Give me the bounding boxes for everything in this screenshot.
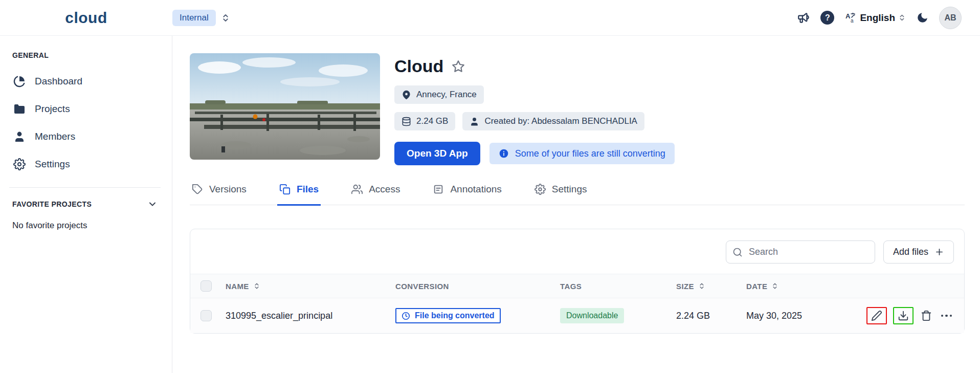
database-icon (402, 117, 411, 126)
tab-versions[interactable]: Versions (190, 182, 249, 206)
favorite-projects-toggle[interactable]: FAVORITE PROJECTS (7, 199, 163, 209)
sidebar-item-label: Dashboard (35, 76, 82, 87)
gear-icon (534, 184, 546, 195)
converting-notice-label: Some of your files are still converting (515, 148, 665, 159)
open-3d-app-button[interactable]: Open 3D App (394, 142, 480, 165)
tab-annotations[interactable]: Annotations (431, 182, 503, 206)
conversion-status-label: File being converted (415, 311, 495, 320)
add-files-button[interactable]: Add files (883, 240, 954, 264)
edit-button[interactable] (866, 307, 887, 324)
language-label: English (860, 12, 895, 24)
tab-files[interactable]: Files (277, 182, 321, 206)
column-header-tags: TAGS (560, 282, 676, 291)
files-icon (279, 184, 291, 195)
favorites-empty-text: No favorite projects (7, 221, 163, 231)
file-date: May 30, 2025 (746, 311, 870, 321)
users-icon (351, 184, 363, 195)
project-tabs: Versions Files Access Annotations Settin… (190, 182, 965, 205)
sidebar-item-members[interactable]: Members (7, 123, 163, 150)
column-header-date[interactable]: DATE (746, 282, 870, 291)
table-row: 310995_escalier_principal File being con… (190, 298, 964, 333)
sidebar-item-settings[interactable]: Settings (7, 150, 163, 178)
app-logo[interactable]: cloud (65, 9, 107, 27)
tab-label: Files (297, 184, 319, 195)
delete-button[interactable] (920, 309, 933, 322)
map-pin-icon (402, 90, 411, 100)
column-label: DATE (746, 282, 767, 291)
translate-icon (844, 12, 857, 24)
file-size: 2.24 GB (676, 311, 746, 321)
location-chip: Annecy, France (394, 85, 484, 104)
more-actions-button[interactable] (939, 312, 954, 320)
download-button[interactable] (893, 307, 914, 324)
sidebar-item-dashboard[interactable]: Dashboard (7, 68, 163, 95)
pencil-icon (871, 310, 882, 321)
column-header-conversion: CONVERSION (395, 282, 560, 291)
announcements-icon[interactable] (797, 11, 810, 25)
created-by-chip: Created by: Abdessalam BENCHADLIA (462, 112, 644, 130)
language-selector[interactable]: English (844, 12, 906, 24)
sidebar-item-projects[interactable]: Projects (7, 95, 163, 123)
sidebar-general-heading: GENERAL (7, 51, 163, 59)
project-thumbnail[interactable] (190, 53, 380, 160)
conversion-status-badge: File being converted (395, 308, 501, 323)
column-header-name[interactable]: NAME (226, 282, 395, 291)
sort-icon[interactable] (771, 282, 778, 290)
tab-label: Versions (209, 184, 247, 195)
chevron-down-icon[interactable] (147, 199, 158, 209)
dark-mode-moon-icon[interactable] (916, 11, 929, 24)
help-icon[interactable]: ? (820, 11, 834, 25)
files-panel: Add files NAME CONVERSION TAGS SIZE (190, 229, 965, 334)
dot (950, 315, 952, 317)
chevrons-updown-icon[interactable] (221, 13, 230, 23)
search-icon (732, 247, 743, 257)
sidebar-divider (9, 187, 161, 188)
workspace-badge[interactable]: Internal (172, 10, 216, 26)
tab-label: Settings (552, 184, 587, 195)
row-actions (870, 307, 954, 324)
tab-label: Annotations (450, 184, 501, 195)
converting-notice: Some of your files are still converting (489, 143, 675, 164)
tag-icon (192, 184, 203, 195)
dot (941, 315, 944, 317)
created-by-label: Created by: Abdessalam BENCHADLIA (484, 116, 637, 126)
note-icon (433, 184, 444, 195)
sidebar-item-label: Settings (35, 159, 70, 170)
project-header: Cloud Annecy, France 2.24 GB (190, 53, 965, 165)
add-files-label: Add files (893, 247, 928, 257)
column-label: TAGS (560, 282, 582, 291)
sidebar-item-label: Members (35, 131, 75, 142)
size-label: 2.24 GB (416, 116, 448, 126)
column-header-size[interactable]: SIZE (676, 282, 746, 291)
favorite-projects-heading: FAVORITE PROJECTS (12, 200, 92, 208)
user-avatar[interactable]: AB (939, 7, 962, 29)
sidebar: GENERAL Dashboard Projects Members Setti… (0, 36, 172, 373)
file-name[interactable]: 310995_escalier_principal (226, 311, 395, 321)
info-icon (499, 148, 509, 159)
column-label: CONVERSION (395, 282, 449, 291)
select-all-checkbox[interactable] (201, 280, 212, 292)
workspace-switcher[interactable]: Internal (172, 10, 230, 26)
column-label: NAME (226, 282, 249, 291)
trash-icon (921, 310, 932, 321)
sidebar-item-label: Projects (35, 103, 70, 115)
row-checkbox[interactable] (201, 310, 212, 321)
search-box (726, 240, 875, 264)
sort-icon[interactable] (698, 282, 705, 290)
favorite-star-icon[interactable] (452, 60, 465, 73)
person-icon (13, 130, 26, 143)
location-label: Annecy, France (416, 90, 477, 100)
tab-settings[interactable]: Settings (532, 182, 589, 206)
sort-icon[interactable] (253, 282, 260, 290)
gear-icon (13, 158, 26, 170)
topbar-actions: ? English AB (797, 7, 980, 29)
topbar: cloud Internal ? English AB (0, 0, 980, 36)
main-content: Cloud Annecy, France 2.24 GB (172, 36, 980, 373)
files-toolbar: Add files (190, 229, 964, 274)
download-icon (898, 310, 909, 321)
pie-chart-icon (13, 75, 26, 87)
search-input[interactable] (726, 240, 875, 264)
downloadable-tag: Downloadable (560, 308, 624, 323)
topbar-left: cloud (0, 9, 172, 27)
tab-access[interactable]: Access (349, 182, 402, 206)
